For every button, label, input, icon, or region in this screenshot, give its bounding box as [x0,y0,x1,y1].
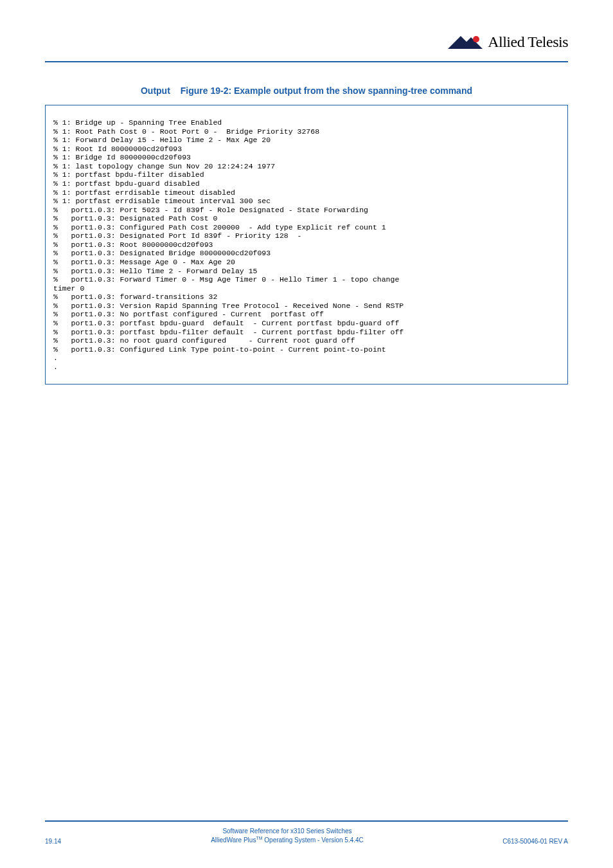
page: Allied Telesis Output Figure 19-2: Examp… [0,0,613,868]
output-box: % 1: Bridge up - Spanning Tree Enabled %… [45,105,568,384]
footer-line1: Software Reference for x310 Series Switc… [84,827,491,836]
footer-row: 19.14 Software Reference for x310 Series… [45,827,568,845]
figure-caption: Output Figure 19-2: Example output from … [45,86,568,96]
header: Allied Telesis [45,33,568,57]
logo-mark-icon [448,34,484,51]
doc-rev: C613-50046-01 REV A [491,838,568,845]
caption-label: Output [141,86,170,96]
footer-product: AlliedWare Plus [211,837,256,844]
logo: Allied Telesis [448,33,568,51]
svg-point-2 [473,36,479,42]
footer-version: Operating System - Version 5.4.4C [263,837,364,844]
footer-line2: AlliedWare PlusTM Operating System - Ver… [84,835,491,845]
footer-rule [45,820,568,822]
footer-center: Software Reference for x310 Series Switc… [84,827,491,845]
brand-name: Allied Telesis [488,33,568,51]
header-rule [45,61,568,62]
caption-text: Figure 19-2: Example output from the sho… [181,86,472,96]
tm-mark: TM [256,836,262,840]
footer: 19.14 Software Reference for x310 Series… [45,820,568,845]
page-number: 19.14 [45,838,84,845]
command-output: % 1: Bridge up - Spanning Tree Enabled %… [53,118,560,371]
